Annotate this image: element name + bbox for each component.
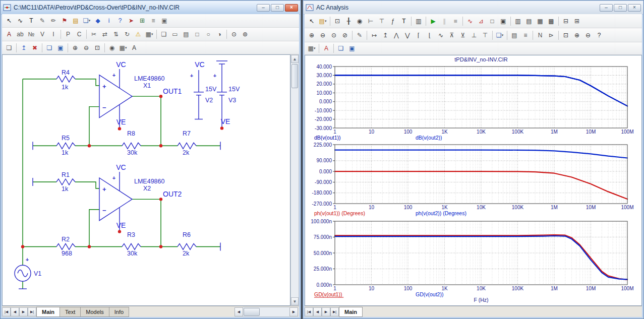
cursor-mode-icon[interactable]: ╂ (343, 16, 354, 26)
scroll-down-button[interactable]: ▼ (291, 297, 299, 305)
label-out2[interactable]: OUT2 (163, 190, 182, 198)
grid-icon-dropdown[interactable]: ▾ (151, 32, 153, 36)
value-r7[interactable]: 2k (183, 149, 190, 156)
value-r1[interactable]: 1k (62, 185, 69, 193)
label-r2[interactable]: R2 (62, 236, 70, 243)
tab-next-button[interactable]: ▶ (19, 307, 28, 316)
x-axis-grids-icon[interactable]: ▥ (512, 16, 523, 26)
grid-text-icon[interactable]: ab (15, 29, 26, 40)
zoom-out-icon[interactable]: ⊖ (81, 42, 92, 53)
value-r3[interactable]: 30k (127, 250, 138, 257)
tab-first-button[interactable]: |◀ (2, 307, 11, 316)
flag-mode-icon[interactable]: ⚑ (59, 16, 70, 26)
close-button[interactable]: × (285, 4, 298, 12)
restore-button[interactable]: □ (614, 4, 627, 12)
tab-next-button[interactable]: ▶ (322, 307, 330, 316)
font-icon[interactable]: A (129, 42, 140, 53)
curve-label[interactable]: ph(v(out2)) (Degrees) (416, 210, 466, 216)
bottom-icon[interactable]: ⊥ (469, 30, 480, 40)
properties-icon[interactable]: ▥ (413, 16, 424, 26)
box-tool-icon[interactable]: □ (192, 29, 203, 40)
pause-icon[interactable]: ∥ (439, 16, 450, 26)
label-r3[interactable]: R3 (127, 231, 135, 238)
run-icon[interactable]: ▶ (428, 16, 439, 26)
flip-vertical-icon[interactable]: ⇅ (110, 29, 122, 40)
curve-label[interactable]: ph(v(out1)) (Degrees) (314, 210, 365, 216)
label-ve-x2[interactable]: VE (116, 221, 126, 229)
global-low-icon[interactable]: ⊻ (457, 30, 469, 40)
tab-models[interactable]: Models (81, 307, 109, 317)
text-mode-icon[interactable]: T (398, 16, 409, 26)
edit-icon[interactable]: ✎ (354, 30, 365, 40)
label-vc-v2[interactable]: VC (195, 60, 204, 69)
tab-last-button[interactable]: ▶| (28, 307, 36, 316)
curve-label[interactable]: dB(v(out1)) (314, 135, 341, 141)
curve-label[interactable]: GD(v(out1)) (314, 291, 342, 297)
find-next-icon[interactable]: ⊚ (240, 29, 251, 40)
scroll-right-button[interactable]: ▶ (289, 307, 298, 316)
component-browser-icon-dropdown[interactable]: ▾ (89, 19, 91, 23)
font-icon[interactable]: A (321, 43, 332, 54)
zoom-in-2-icon[interactable]: ⊕ (571, 30, 582, 40)
horizontal-tag-icon[interactable]: ⊢ (365, 16, 376, 26)
attribute-text-icon[interactable]: A (4, 29, 15, 40)
label-r4[interactable]: R4 (62, 69, 70, 76)
schematic-drawing[interactable]: R4 1k R5 1k R8 30k R7 2k R1 1k R2 968 R3… (3, 55, 290, 305)
zoom-in-icon[interactable]: ⊕ (70, 42, 81, 53)
token-icon[interactable]: ▣ (498, 16, 509, 26)
curve-label[interactable]: GD(v(out2)) (416, 291, 443, 297)
help-icon[interactable]: ? (114, 16, 126, 26)
label-x2-model[interactable]: LME49860 (134, 178, 164, 185)
value-r4[interactable]: 1k (62, 84, 69, 91)
open-folder-icon[interactable]: ▤ (70, 16, 81, 26)
powers-icon[interactable]: P (63, 29, 74, 40)
copy-icon[interactable]: ❏ (44, 42, 55, 53)
tab-text[interactable]: Text (60, 307, 81, 317)
label-r1[interactable]: R1 (62, 171, 70, 178)
hscroll-track[interactable] (243, 307, 289, 317)
copy-icon[interactable]: ❏ (335, 43, 346, 54)
cut-icon[interactable]: ✂ (88, 29, 99, 40)
region-grid-icon[interactable]: ⊞ (137, 16, 148, 26)
copy-window-icon[interactable]: ▣ (346, 43, 358, 54)
normalize-icon[interactable]: N (535, 30, 546, 40)
restore-scale-icon[interactable]: ⊘ (339, 30, 350, 40)
label-vc-x1[interactable]: VC (116, 60, 126, 69)
log-grids-icon[interactable]: ▩ (546, 16, 557, 26)
tab-main[interactable]: Main (36, 307, 60, 317)
zoom-area-icon[interactable]: ⊡ (92, 42, 103, 53)
curve-label[interactable]: dB(v(out2)) (416, 135, 442, 141)
tab-last-button[interactable]: ▶| (330, 307, 339, 316)
scroll-left-button[interactable]: ◀ (235, 307, 243, 316)
scrollbar-track[interactable] (291, 63, 299, 297)
analysis-plot-area[interactable]: 40.00030.00020.00010.0000.000-10.000-20.… (305, 55, 642, 306)
top-icon[interactable]: ⊤ (480, 30, 491, 40)
text-mode-icon[interactable]: T (26, 16, 37, 26)
value-r6[interactable]: 2k (183, 250, 190, 257)
analysis-plots[interactable]: 40.00030.00020.00010.0000.000-10.000-20.… (305, 55, 642, 306)
vertical-tag-icon[interactable]: ⊤ (376, 16, 387, 26)
scroll-up-button[interactable]: ▲ (291, 55, 299, 63)
valley-icon[interactable]: ⋁ (402, 30, 413, 40)
value-r5[interactable]: 1k (62, 149, 69, 156)
tab-main[interactable]: Main (339, 307, 363, 317)
close-button[interactable]: × (628, 4, 641, 12)
analysis-titlebar[interactable]: AC Analysis – □ × (304, 1, 643, 15)
zoom-out-icon[interactable]: ⊖ (317, 30, 328, 40)
open-file-icon-dropdown[interactable]: ▾ (325, 19, 327, 23)
page-icon[interactable]: ❏ (4, 42, 15, 53)
close-page-icon[interactable]: ✖ (29, 42, 40, 53)
select-mode-icon[interactable]: ↖ (306, 16, 317, 26)
grids-icon[interactable]: ▦ (535, 16, 546, 26)
node-numbers-icon[interactable]: № (26, 29, 37, 40)
flip-horizontal-icon[interactable]: ⇄ (99, 29, 110, 40)
node-voltages-icon[interactable]: V (37, 29, 48, 40)
component-browser-icon[interactable]: ❏▾ (81, 16, 92, 26)
minimize-button[interactable]: – (257, 4, 270, 12)
value-v2[interactable]: 15V (205, 86, 217, 93)
report-icon[interactable]: ▤ (509, 30, 520, 40)
value-r2[interactable]: 968 (62, 250, 72, 257)
label-vc-x2[interactable]: VC (116, 163, 126, 171)
zoom-in-icon[interactable]: ⊕ (306, 30, 317, 40)
schematic-vertical-scrollbar[interactable]: ▲ ▼ (290, 54, 299, 306)
